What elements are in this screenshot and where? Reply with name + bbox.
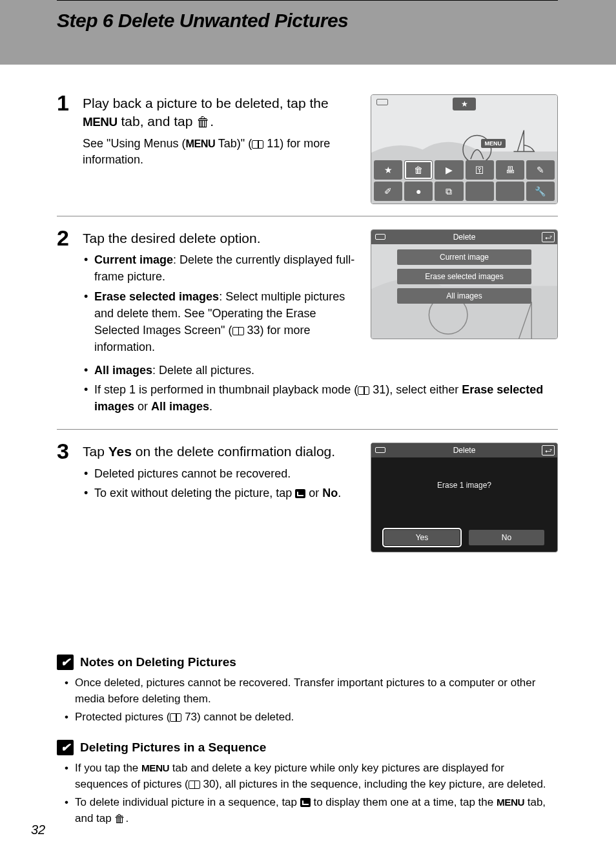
screen-menu: ★ MENU ★ 🗑 ▶ ⚿ 🖶 ✎ ✐ ● ⧉ xyxy=(371,94,558,204)
battery-icon xyxy=(375,234,385,240)
menu-chip: MENU xyxy=(83,115,118,129)
icon-empty xyxy=(466,182,494,201)
icon-setup[interactable]: 🔧 xyxy=(526,182,555,201)
star-tab: ★ xyxy=(453,98,476,110)
icon-empty xyxy=(496,182,524,201)
opt-all-images[interactable]: All images xyxy=(397,288,531,304)
menu-chip: MENU xyxy=(185,138,215,149)
page-number: 32 xyxy=(31,823,45,837)
menu-chip: MENU xyxy=(141,762,169,773)
step-1-title: Play back a picture to be deleted, tap t… xyxy=(83,94,358,132)
book-icon xyxy=(252,140,263,149)
yes-button[interactable]: Yes xyxy=(384,530,460,545)
note-item: If you tap the MENU tab and delete a key… xyxy=(65,760,558,792)
check-icon: ✔ xyxy=(57,655,74,670)
bullet: Deleted pictures cannot be recovered. xyxy=(83,465,358,482)
screen-delete-options: Delete ⮐ Current image Erase selected im… xyxy=(371,229,558,339)
opt-current-image[interactable]: Current image xyxy=(397,249,531,265)
step-2-title: Tap the desired delete option. xyxy=(83,229,358,247)
menu-tag: MENU xyxy=(481,139,506,148)
step-2: 2 Tap the desired delete option. Current… xyxy=(57,216,558,430)
icon-voice[interactable]: ● xyxy=(404,182,433,201)
step-3: 3 Tap Yes on the delete confirmation dia… xyxy=(57,430,558,564)
battery-icon xyxy=(376,99,388,105)
trash-icon: 🗑 xyxy=(114,812,125,828)
book-icon xyxy=(232,327,244,335)
book-icon xyxy=(189,781,200,789)
screen-confirm: Delete ⮐ Erase 1 image? Yes No xyxy=(371,443,558,552)
icon-favorite[interactable]: ★ xyxy=(374,160,402,180)
icon-delete[interactable]: 🗑 xyxy=(404,160,433,180)
step-number: 1 xyxy=(57,90,83,204)
note-deleting: ✔ Notes on Deleting Pictures Once delete… xyxy=(57,655,558,726)
book-icon xyxy=(358,386,369,395)
step-number: 3 xyxy=(57,439,83,552)
step-number: 2 xyxy=(57,225,83,417)
book-icon xyxy=(170,713,181,722)
no-button[interactable]: No xyxy=(469,530,544,545)
battery-icon xyxy=(375,447,385,453)
confirm-message: Erase 1 image? xyxy=(371,481,557,490)
icon-print[interactable]: 🖶 xyxy=(496,160,524,180)
note-item: Protected pictures ( 73) cannot be delet… xyxy=(65,709,558,726)
back-icon[interactable]: ⮐ xyxy=(542,232,555,242)
note-item: Once deleted, pictures cannot be recover… xyxy=(65,675,558,707)
bullet: To exit without deleting the picture, ta… xyxy=(83,485,358,501)
note-item: To delete individual picture in a sequen… xyxy=(65,795,558,827)
back-icon xyxy=(300,798,311,807)
trash-icon: 🗑 xyxy=(196,113,210,131)
note-title: Notes on Deleting Pictures xyxy=(80,655,236,669)
bullet: Erase selected images: Select multiple p… xyxy=(83,288,358,355)
note-title: Deleting Pictures in a Sequence xyxy=(80,740,266,755)
bullet: If step 1 is performed in thumbnail play… xyxy=(83,381,558,415)
check-icon: ✔ xyxy=(57,740,74,755)
step-3-title: Tap Yes on the delete confirmation dialo… xyxy=(83,443,358,461)
icon-slideshow[interactable]: ▶ xyxy=(435,160,463,180)
icon-protect[interactable]: ⚿ xyxy=(466,160,494,180)
note-sequence: ✔ Deleting Pictures in a Sequence If you… xyxy=(57,740,558,828)
bullet: Current image: Delete the currently disp… xyxy=(83,251,358,285)
screen-header: Delete ⮐ xyxy=(371,230,557,244)
opt-erase-selected[interactable]: Erase selected images xyxy=(397,269,531,284)
icon-retouch[interactable]: ✐ xyxy=(374,182,402,201)
menu-chip: MENU xyxy=(497,797,524,808)
icon-draw[interactable]: ✎ xyxy=(526,160,555,180)
back-icon[interactable]: ⮐ xyxy=(542,445,555,456)
icon-copy[interactable]: ⧉ xyxy=(435,182,463,201)
bullet: All images: Delete all pictures. xyxy=(83,362,558,379)
page-title: Step 6 Delete Unwanted Pictures xyxy=(57,10,558,32)
back-icon xyxy=(295,489,305,498)
step-1: 1 Play back a picture to be deleted, tap… xyxy=(57,90,558,216)
screen-header: Delete ⮐ xyxy=(371,443,557,457)
step-1-sub: See "Using Menus (MENU Tab)" ( 11) for m… xyxy=(83,136,358,168)
